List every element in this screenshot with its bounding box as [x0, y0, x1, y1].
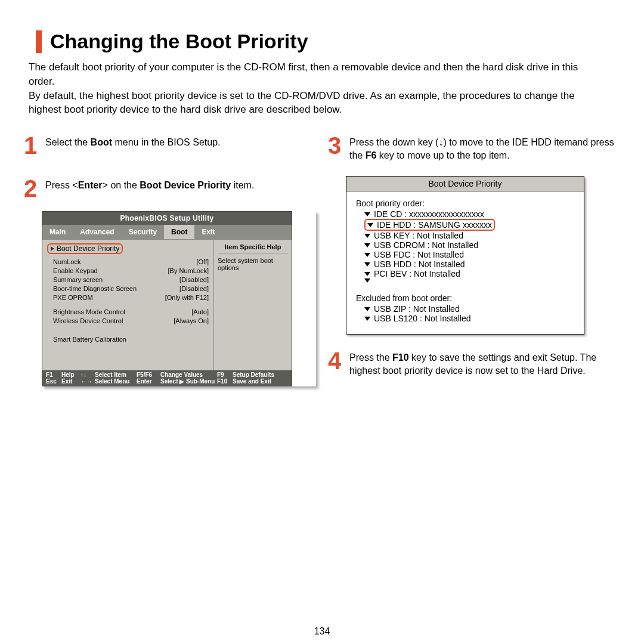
- bios-tab: Security: [122, 225, 164, 239]
- item-specific-help-title: Item Specific Help: [218, 243, 288, 253]
- step-text: Select the Boot menu in the BIOS Setup.: [45, 135, 220, 149]
- bdp-priority-item: USB KEY : Not Installed: [364, 231, 574, 240]
- bios-setting-row: Summary screen[Disabled]: [47, 275, 209, 284]
- bdp-priority-item: USB CDROM : Not Installed: [364, 240, 574, 250]
- bdp-label-priority: Boot priority order:: [356, 199, 574, 208]
- step-text: Press the down key (↓) to move to the ID…: [349, 135, 620, 162]
- triangle-right-icon: [51, 246, 54, 251]
- bdp-priority-item: IDE CD : xxxxxxxxxxxxxxxxxx: [364, 209, 574, 219]
- step-text: Press <Enter> on the Boot Device Priorit…: [45, 178, 254, 192]
- bios-screenshot: PhoenixBIOS Setup Utility MainAdvancedSe…: [42, 211, 316, 386]
- bdp-excluded-item: USB LS120 : Not Installed: [364, 314, 574, 323]
- triangle-down-icon: [364, 278, 370, 283]
- step-number: 4: [328, 350, 345, 371]
- bios-setting-row: NumLock[Off]: [47, 258, 209, 267]
- bdp-priority-item: USB FDC : Not Installed: [364, 250, 574, 259]
- boot-device-priority-panel: Boot Device Priority Boot priority order…: [346, 176, 620, 335]
- bios-setting-row: Wireless Device Control[Always On]: [47, 317, 209, 326]
- item-specific-help-text: Select system boot options: [218, 257, 288, 271]
- bios-setting-row: Brightness Mode Control[Auto]: [47, 308, 209, 317]
- step-text: Press the F10 key to save the settings a…: [349, 350, 620, 377]
- step-number: 1: [24, 135, 41, 156]
- triangle-down-icon: [364, 234, 370, 238]
- accent-bar: [36, 30, 42, 53]
- step-number: 2: [24, 178, 41, 199]
- bdp-priority-item: [364, 278, 574, 283]
- bios-setting-row: Smart Battery Calibration: [47, 335, 209, 344]
- bios-tabs: MainAdvancedSecurityBootExit: [42, 225, 292, 239]
- bdp-priority-item: USB HDD : Not Installed: [364, 259, 574, 269]
- bios-setting-row: PXE OPROM[Only with F12]: [47, 293, 209, 302]
- page-number: 134: [314, 626, 330, 637]
- bios-setting-row: Boor-time Diagnostic Screen[Disabled]: [47, 284, 209, 293]
- bios-title: PhoenixBIOS Setup Utility: [42, 212, 292, 225]
- triangle-down-icon: [364, 243, 370, 247]
- step-number: 3: [328, 135, 345, 156]
- bdp-label-excluded: Excluded from boot order:: [356, 293, 574, 303]
- triangle-down-icon: [364, 212, 370, 216]
- bdp-priority-item: PCI BEV : Not Installed: [364, 269, 574, 278]
- bdp-priority-item: IDE HDD : SAMSUNG xxxxxxx: [364, 219, 574, 231]
- bios-setting-row: Enable Keypad[By NumLock]: [47, 267, 209, 275]
- bios-tab: Advanced: [73, 225, 121, 239]
- triangle-down-icon: [364, 272, 370, 276]
- bios-footer: F1Help↑↓Select ItemF5/F6Change ValuesF9S…: [42, 370, 292, 386]
- triangle-down-icon: [364, 262, 370, 267]
- triangle-down-icon: [364, 317, 370, 321]
- page-title: Changing the Boot Priority: [50, 30, 308, 53]
- bdp-title: Boot Device Priority: [346, 177, 584, 191]
- bios-tab: Main: [42, 225, 73, 239]
- bdp-excluded-item: USB ZIP : Not Installed: [364, 304, 574, 314]
- triangle-down-icon: [364, 253, 370, 257]
- triangle-down-icon: [364, 307, 370, 311]
- triangle-down-icon: [367, 223, 373, 227]
- bios-tab: Boot: [164, 225, 194, 239]
- intro-paragraph: The default boot priority of your comput…: [29, 60, 601, 117]
- boot-device-priority-item: Boot Device Priority: [47, 243, 123, 254]
- bios-tab: Exit: [194, 225, 222, 239]
